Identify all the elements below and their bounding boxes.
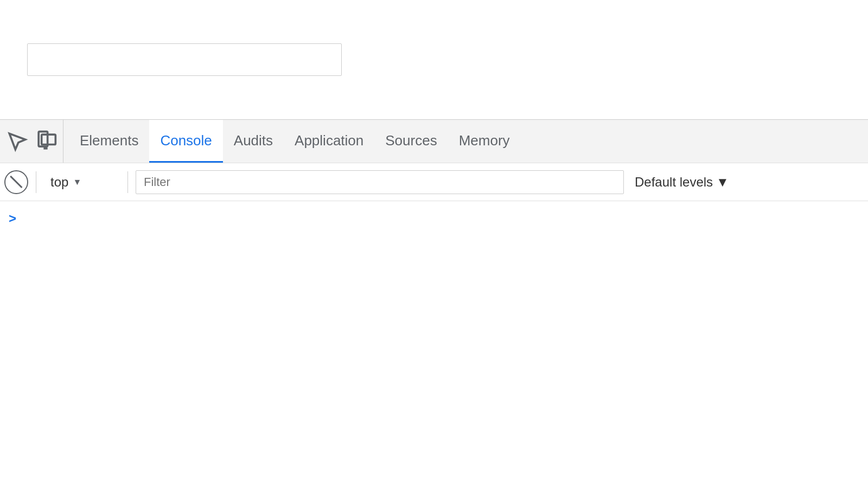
context-chevron-icon: ▼ — [73, 177, 81, 187]
device-toolbar-button[interactable] — [34, 130, 58, 153]
tab-audits[interactable]: Audits — [223, 120, 284, 163]
tabs-list: Elements Console Audits Application Sour… — [69, 120, 868, 163]
default-levels-label: Default levels — [635, 175, 713, 190]
divider — [36, 171, 36, 193]
inspect-element-icon — [5, 130, 29, 153]
url-input[interactable] — [27, 43, 342, 76]
tab-icons — [0, 120, 63, 163]
default-levels-button[interactable]: Default levels ▼ — [628, 171, 736, 193]
devtools-panel: Elements Console Audits Application Sour… — [0, 119, 868, 488]
clear-console-button[interactable] — [4, 170, 28, 194]
context-value: top — [50, 175, 68, 190]
tab-bar: Elements Console Audits Application Sour… — [0, 120, 868, 163]
tab-console[interactable]: Console — [149, 120, 222, 163]
tab-elements[interactable]: Elements — [69, 120, 149, 163]
filter-input[interactable] — [136, 170, 624, 194]
prompt-arrow-icon: > — [9, 211, 16, 226]
context-selector[interactable]: top ▼ — [44, 171, 120, 193]
tab-memory[interactable]: Memory — [448, 120, 521, 163]
tab-application[interactable]: Application — [284, 120, 374, 163]
inspect-element-button[interactable] — [5, 130, 29, 153]
default-levels-chevron-icon: ▼ — [716, 175, 729, 190]
console-prompt-row: > — [0, 201, 868, 236]
tab-sources[interactable]: Sources — [374, 120, 448, 163]
top-area — [0, 0, 868, 119]
device-toolbar-icon — [34, 130, 58, 153]
divider-2 — [127, 171, 128, 193]
toolbar-row: top ▼ Default levels ▼ — [0, 163, 868, 201]
console-content: > — [0, 201, 868, 488]
